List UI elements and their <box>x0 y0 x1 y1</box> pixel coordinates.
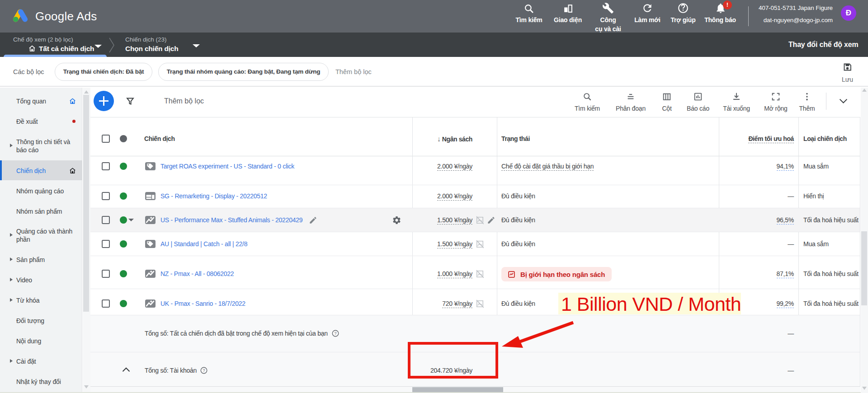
svg-text:?: ? <box>203 368 205 373</box>
svg-text:?: ? <box>334 331 336 336</box>
